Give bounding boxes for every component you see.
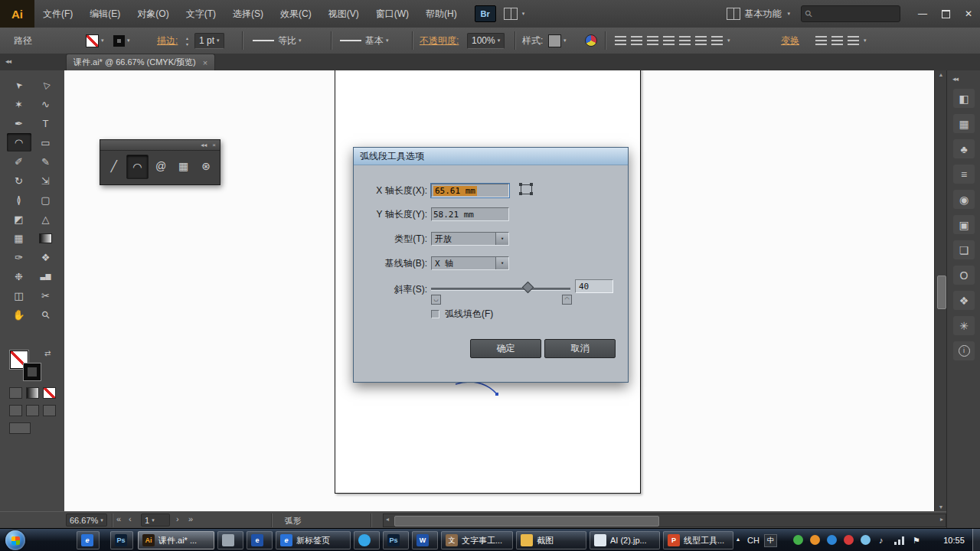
tray-orange-app-icon[interactable] xyxy=(810,535,820,545)
tool-artboard[interactable]: ◫ xyxy=(7,286,31,305)
dock-icon-swatches[interactable]: ▦ xyxy=(953,114,975,133)
transform-icon-3[interactable] xyxy=(848,36,859,45)
tool-scale[interactable]: ⇲ xyxy=(34,171,58,190)
panel-collapse-icon[interactable]: ◂◂ xyxy=(201,142,207,148)
tool-zoom[interactable]: ⚲ xyxy=(34,305,58,324)
document-tab[interactable]: 课件.ai* @ 66.67% (CMYK/预览) × xyxy=(66,54,215,70)
opacity-panel-link[interactable]: 不透明度: xyxy=(420,28,459,54)
taskbar-item-messenger[interactable] xyxy=(354,531,380,549)
panel-tool-polar-grid[interactable]: ⊛ xyxy=(195,155,217,178)
panel-tool-rect-grid[interactable]: ▦ xyxy=(173,155,194,178)
dock-icon-flare[interactable]: ✳ xyxy=(953,316,975,335)
network-icon[interactable] xyxy=(894,536,904,545)
align-right-icon[interactable] xyxy=(647,36,658,45)
last-artboard-button[interactable]: » xyxy=(188,514,193,523)
screen-mode-button[interactable] xyxy=(9,422,31,434)
slope-slider-thumb[interactable] xyxy=(522,282,534,294)
align-center-icon[interactable] xyxy=(631,36,642,45)
y-length-field[interactable]: 58.21 mm xyxy=(431,207,509,221)
tool-rectangle[interactable]: ▭ xyxy=(34,133,58,152)
gradient-button[interactable] xyxy=(26,387,39,399)
scroll-left-icon[interactable]: ◂ xyxy=(386,516,389,523)
menu-type[interactable]: 文字(T) xyxy=(178,0,224,28)
tray-green-app-icon[interactable] xyxy=(793,535,803,545)
align-artboard-icon[interactable] xyxy=(711,36,723,45)
taskbar-item-illustrator[interactable]: Ai课件.ai* ... xyxy=(138,531,214,549)
stroke-panel-link[interactable]: 描边: xyxy=(157,28,178,54)
prev-artboard-button[interactable]: ‹ xyxy=(129,514,132,523)
tool-free-transform[interactable]: ▢ xyxy=(34,191,58,209)
chevron-down-icon[interactable]: ▾ xyxy=(864,37,867,44)
chevron-down-icon[interactable]: ▾ xyxy=(727,37,730,44)
menu-view[interactable]: 视图(V) xyxy=(320,0,368,28)
menu-window[interactable]: 窗口(W) xyxy=(368,0,417,28)
action-center-flag-icon[interactable]: ⚑ xyxy=(913,536,920,546)
workspace-switcher[interactable]: 基本功能 ▾ xyxy=(727,8,790,21)
line-tools-floating-panel[interactable]: ◂◂ × ╱ ◠ @ ▦ ⊛ xyxy=(100,139,220,185)
arrange-documents-button[interactable]: ▾ xyxy=(504,8,525,20)
taskbar-item-browser[interactable]: e xyxy=(247,531,273,549)
collapse-panels-icon[interactable]: ◂◂ xyxy=(5,57,11,65)
cancel-button[interactable]: 取消 xyxy=(544,339,616,358)
close-button[interactable]: ✕ xyxy=(957,5,980,22)
tool-perspective-grid[interactable]: △ xyxy=(34,210,58,228)
vertical-scrollbar-thumb[interactable] xyxy=(937,276,946,309)
fill-arc-checkbox[interactable] xyxy=(431,310,439,318)
distribute-bottom-icon[interactable] xyxy=(695,36,707,45)
menu-edit[interactable]: 编辑(E) xyxy=(81,0,129,28)
draw-inside-button[interactable] xyxy=(43,405,56,416)
color-button[interactable] xyxy=(9,387,22,399)
tray-blue-app-icon[interactable] xyxy=(827,535,837,545)
first-artboard-button[interactable]: « xyxy=(116,514,121,523)
slope-slider-track[interactable] xyxy=(431,288,570,291)
stroke-color-swatch[interactable] xyxy=(24,364,41,380)
distribute-middle-icon[interactable] xyxy=(679,36,691,45)
tool-blend[interactable]: ❖ xyxy=(34,248,58,266)
menu-effect[interactable]: 效果(C) xyxy=(272,0,320,28)
tool-slice[interactable]: ✂ xyxy=(34,286,58,305)
tray-lightblue-app-icon[interactable] xyxy=(861,535,871,545)
tool-lasso[interactable]: ∿ xyxy=(34,95,58,113)
tray-expand-icon[interactable]: ▴ xyxy=(737,536,740,543)
dock-icon-info[interactable]: i xyxy=(953,341,975,360)
horizontal-scrollbar[interactable]: ◂ ▸ xyxy=(383,514,946,527)
ime-mode-icon[interactable]: 中 xyxy=(764,534,777,547)
tool-width[interactable]: ≬ xyxy=(7,191,31,209)
stroke-weight-field[interactable]: 1 pt▾ xyxy=(194,33,224,49)
swap-fill-stroke-icon[interactable]: ⇄ xyxy=(44,349,51,357)
base-axis-dropdown[interactable]: X 轴 ▾ xyxy=(431,256,509,270)
stepper-down-icon[interactable]: ▾ xyxy=(186,41,188,47)
dock-icon-symbols[interactable]: ♣ xyxy=(953,139,975,158)
type-dropdown-arrow-icon[interactable]: ▾ xyxy=(495,233,508,245)
recolor-artwork-button[interactable] xyxy=(585,28,597,54)
show-desktop-button[interactable] xyxy=(972,529,980,551)
dock-icon-color[interactable]: ◧ xyxy=(953,89,975,108)
taskbar-item-photoshop-pinned[interactable]: Ps xyxy=(110,531,133,549)
dock-icon-layers[interactable]: ❏ xyxy=(953,240,975,259)
bridge-icon[interactable]: Br xyxy=(475,5,496,22)
tool-paintbrush[interactable]: ✐ xyxy=(7,152,31,171)
panel-tool-arc[interactable]: ◠ xyxy=(126,155,149,179)
taskbar-item-photoshop[interactable]: Ps xyxy=(383,531,409,549)
draw-behind-button[interactable] xyxy=(26,405,39,416)
dialog-titlebar[interactable]: 弧线段工具选项 xyxy=(354,148,628,165)
opacity-field[interactable]: 100%▾ xyxy=(467,33,505,49)
scroll-up-icon[interactable]: ▲ xyxy=(935,72,947,77)
transform-icon-2[interactable] xyxy=(831,36,843,45)
artboard-number-field[interactable]: 1▾ xyxy=(141,514,170,527)
canvas[interactable]: ◂◂ × ╱ ◠ @ ▦ ⊛ 弧线段工具选项 X 轴长度(X): 65.61 m… xyxy=(64,70,934,511)
volume-icon[interactable]: ♪ xyxy=(879,536,884,545)
dock-icon-appearance[interactable]: O xyxy=(953,266,975,285)
taskbar-item-ie-pinned[interactable]: e xyxy=(77,531,100,549)
taskbar-item-document[interactable]: 文文字事工... xyxy=(441,531,513,549)
horizontal-scrollbar-thumb[interactable] xyxy=(394,516,659,527)
reference-point-locator[interactable] xyxy=(518,182,534,196)
dock-icon-graphic-styles[interactable]: ▣ xyxy=(953,215,975,234)
tool-pencil[interactable]: ✎ xyxy=(34,152,58,171)
none-button[interactable] xyxy=(43,387,56,399)
tool-shape-builder[interactable]: ◩ xyxy=(7,210,31,228)
taskbar-clock[interactable]: 10:55 xyxy=(937,536,971,545)
start-button[interactable] xyxy=(5,530,25,550)
arc-tool-options-dialog[interactable]: 弧线段工具选项 X 轴长度(X): 65.61 mm Y 轴长度(Y): 58.… xyxy=(353,147,629,383)
tool-mesh[interactable]: ▦ xyxy=(7,229,31,247)
